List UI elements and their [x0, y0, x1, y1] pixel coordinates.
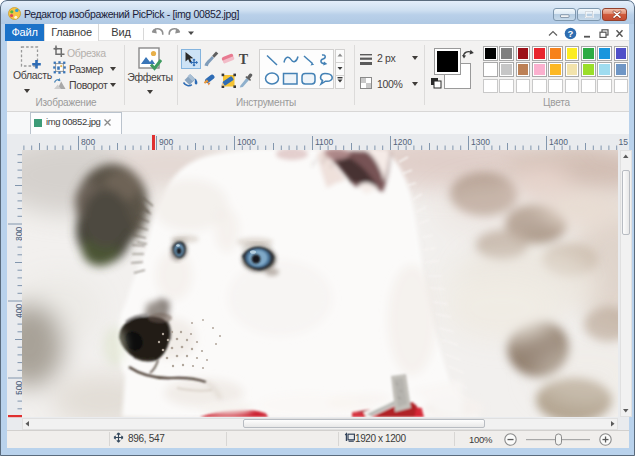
svg-text:T: T: [239, 52, 249, 67]
svg-text:1400: 1400: [549, 137, 568, 147]
svg-text:1000: 1000: [237, 137, 256, 147]
svg-text:15: 15: [619, 137, 629, 147]
svg-text:?: ?: [568, 28, 574, 39]
svg-text:900: 900: [159, 137, 173, 147]
svg-text:1100: 1100: [315, 137, 334, 147]
svg-text:800: 800: [81, 137, 95, 147]
svg-text:1300: 1300: [471, 137, 490, 147]
svg-text:1200: 1200: [393, 137, 412, 147]
